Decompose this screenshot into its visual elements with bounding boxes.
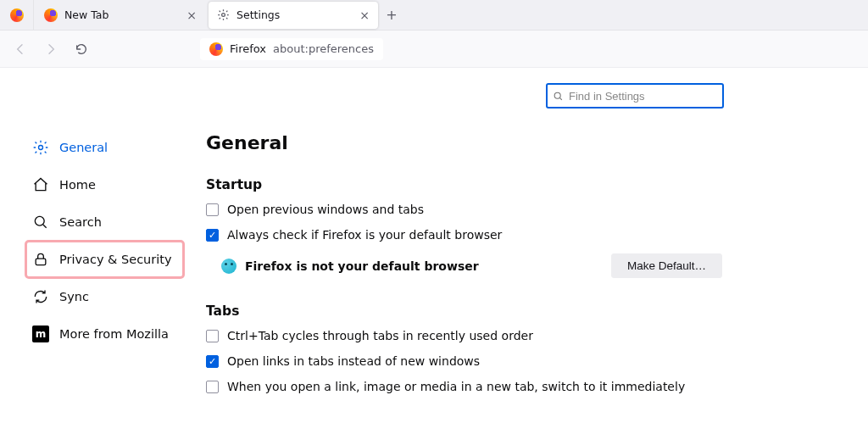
reload-icon [75,42,88,56]
option-label: Open previous windows and tabs [227,203,424,216]
firefox-logo-icon [10,8,24,22]
sidebar-item-label: Privacy & Security [59,253,172,266]
default-browser-status: Firefox is not your default browser Make… [221,253,843,278]
settings-search-input[interactable] [569,90,717,103]
sidebar-item-label: More from Mozilla [59,327,169,341]
sync-icon [32,288,49,305]
sad-face-icon [221,259,236,274]
svg-point-4 [554,92,560,98]
settings-sidebar: General Home Search Privacy & Security S [0,68,182,434]
tab-new-tab[interactable]: New Tab × [36,2,205,29]
back-button[interactable] [7,36,34,63]
firefox-logo-icon [44,8,58,22]
option-label: When you open a link, image or media in … [227,380,685,393]
checkbox[interactable] [206,381,219,393]
tab-strip: New Tab × Settings × + [0,0,868,31]
checkbox[interactable] [206,203,219,216]
checkbox[interactable] [206,355,219,368]
tab-label: Settings [236,8,280,21]
sidebar-item-privacy[interactable]: Privacy & Security [27,242,182,276]
address-bar[interactable]: Firefox about:preferences [200,38,383,60]
status-text: Firefox is not your default browser [245,259,611,273]
checkbox[interactable] [206,330,219,342]
svg-point-2 [35,216,44,225]
sidebar-item-search[interactable]: Search [27,205,182,239]
option-open-links-in-tabs[interactable]: Open links in tabs instead of new window… [206,354,843,368]
new-tab-button[interactable]: + [380,3,403,27]
search-icon [32,214,49,231]
sidebar-item-sync[interactable]: Sync [27,280,182,314]
close-icon[interactable]: × [359,8,370,22]
sidebar-item-home[interactable]: Home [27,168,182,202]
sidebar-item-label: Sync [59,290,89,303]
identity-label: Firefox [230,42,266,55]
gear-icon [32,139,49,156]
option-label: Always check if Firefox is your default … [227,228,502,242]
home-icon [32,176,49,193]
page-title: General [206,132,843,153]
arrow-right-icon [44,42,58,56]
checkbox[interactable] [206,229,219,242]
close-icon[interactable]: × [186,8,197,22]
settings-main: General Startup Open previous windows an… [182,68,868,434]
make-default-button[interactable]: Make Default… [611,253,722,278]
svg-point-1 [39,146,43,150]
search-icon [553,91,564,102]
settings-content: General Home Search Privacy & Security S [0,68,868,434]
svg-rect-3 [36,259,46,265]
option-label: Ctrl+Tab cycles through tabs in recently… [227,329,533,342]
sidebar-item-general[interactable]: General [27,131,182,164]
option-open-previous[interactable]: Open previous windows and tabs [206,203,843,216]
sidebar-item-label: General [59,141,108,154]
nav-toolbar: Firefox about:preferences [0,31,868,68]
settings-search[interactable] [546,83,724,108]
section-heading-tabs: Tabs [206,303,843,319]
forward-button[interactable] [37,36,64,63]
tab-settings[interactable]: Settings × [209,2,378,29]
option-ctrl-tab-order[interactable]: Ctrl+Tab cycles through tabs in recently… [206,329,843,342]
gear-icon [217,8,230,21]
sidebar-item-more-mozilla[interactable]: m More from Mozilla [27,317,182,351]
sidebar-item-label: Home [59,178,96,192]
firefox-logo-icon [209,42,223,56]
option-label: Open links in tabs instead of new window… [227,354,480,368]
lock-icon [32,251,49,268]
section-heading-startup: Startup [206,177,843,192]
sidebar-item-label: Search [59,215,102,229]
svg-point-0 [222,14,225,17]
app-menu-icon[interactable] [0,0,34,31]
option-switch-immediately[interactable]: When you open a link, image or media in … [206,380,843,393]
option-always-check-default[interactable]: Always check if Firefox is your default … [206,228,843,242]
tab-label: New Tab [64,8,108,21]
url-text: about:preferences [273,42,374,55]
reload-button[interactable] [68,36,95,63]
arrow-left-icon [14,42,27,56]
mozilla-icon: m [32,326,49,342]
